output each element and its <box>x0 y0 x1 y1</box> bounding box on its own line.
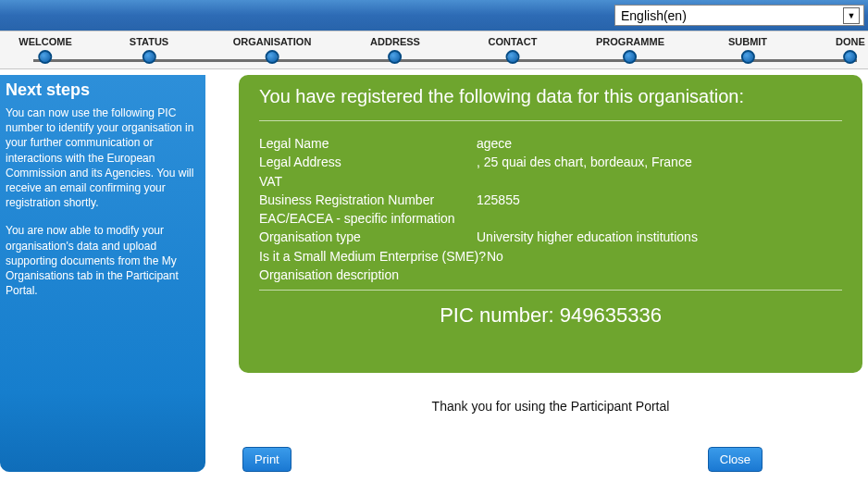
step-dot-icon <box>844 50 858 64</box>
pic-number: PIC number: 949635336 <box>259 303 842 328</box>
step-dot-icon <box>38 50 52 64</box>
progress-steps: WELCOME STATUS ORGANISATION ADDRESS CONT… <box>0 31 868 69</box>
field-vat: VAT <box>259 172 842 191</box>
step-dot-icon <box>740 50 754 64</box>
field-eac: EAC/EACEA - specific information <box>259 209 842 228</box>
content: Next steps You can now use the following… <box>0 69 868 472</box>
chevron-down-icon: ▼ <box>843 7 860 24</box>
main: You have registered the following data f… <box>205 75 868 472</box>
field-org-desc: Organisation description <box>259 266 842 284</box>
close-button[interactable]: Close <box>708 447 763 472</box>
step-dot-icon <box>143 50 156 64</box>
step-contact[interactable]: CONTACT <box>489 36 538 64</box>
language-select[interactable]: English(en) ▼ <box>614 5 864 26</box>
print-button[interactable]: Print <box>242 447 291 472</box>
field-brn: Business Registration Number 125855 <box>259 191 842 209</box>
field-legal-address: Legal Address , 25 quai des chart, borde… <box>259 153 842 171</box>
sidebar-paragraph: You are now able to modify your organisa… <box>6 223 198 298</box>
field-legal-name: Legal Name agece <box>259 134 842 153</box>
step-welcome[interactable]: WELCOME <box>19 36 71 64</box>
step-dot-icon <box>388 50 402 64</box>
field-org-type: Organisation type University higher educ… <box>259 228 842 246</box>
step-done[interactable]: DONE <box>836 36 865 64</box>
thanks-message: Thank you for using the Participant Port… <box>239 399 862 414</box>
step-dot-icon <box>623 50 637 64</box>
topbar: English(en) ▼ <box>0 0 868 31</box>
button-row: Print Close <box>239 447 862 472</box>
sidebar-paragraph: You can now use the following PIC number… <box>6 105 198 210</box>
language-selected: English(en) <box>621 8 687 23</box>
summary-panel: You have registered the following data f… <box>239 75 862 373</box>
step-dot-icon <box>506 50 520 64</box>
sidebar: Next steps You can now use the following… <box>0 75 205 472</box>
sidebar-title: Next steps <box>6 80 198 100</box>
step-submit[interactable]: SUBMIT <box>728 36 767 64</box>
step-status[interactable]: STATUS <box>130 36 168 64</box>
summary-heading: You have registered the following data f… <box>259 86 842 107</box>
step-dot-icon <box>266 50 279 64</box>
step-address[interactable]: ADDRESS <box>370 36 420 64</box>
step-organisation[interactable]: ORGANISATION <box>233 36 312 64</box>
field-sme: Is it a Small Medium Enterprise (SME)? N… <box>259 247 842 266</box>
step-programme[interactable]: PROGRAMME <box>596 36 664 64</box>
